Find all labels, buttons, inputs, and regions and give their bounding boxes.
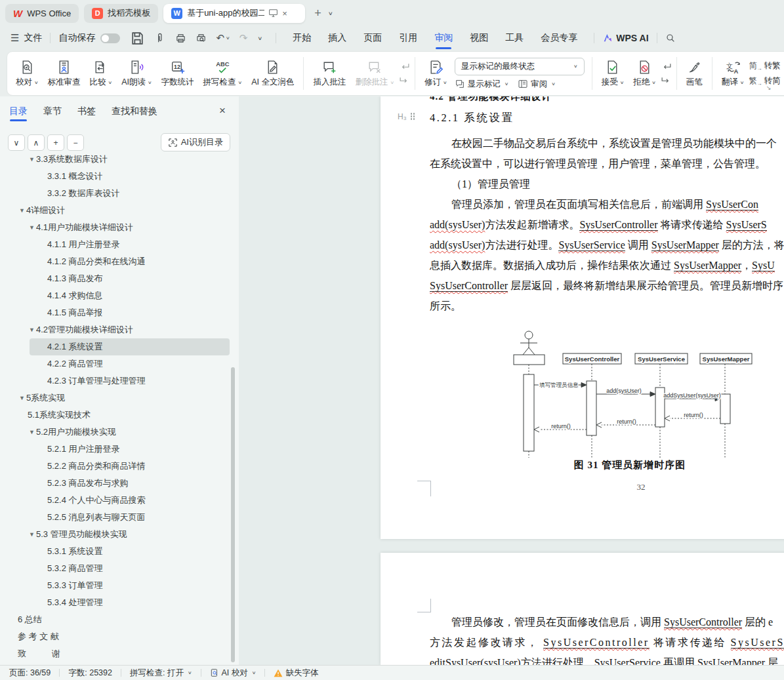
tab-contents[interactable]: 目录 (9, 106, 28, 121)
toc-item[interactable]: 5.3.2 商品管理 (0, 560, 232, 577)
traditional-to-simplified-button[interactable]: 繁→ 转简 (749, 75, 780, 87)
tab-home[interactable]: 开始 (293, 30, 311, 47)
markup-state-select[interactable]: 显示标记的最终状态 ∨ (455, 58, 585, 75)
document-page-32[interactable]: 4.2 管理功能模块详细设计 H₃ 4.2.1 系统设置 (381, 96, 784, 539)
ai-read-aloud-button[interactable]: AI朗读∨ (117, 54, 156, 93)
word-count-indicator[interactable]: 字数: 25392 (68, 668, 112, 679)
show-markup-button[interactable]: 显示标记∨ (455, 79, 509, 90)
simplified-to-traditional-button[interactable]: 简→ 转繁 (749, 60, 780, 71)
previous-comment-icon[interactable] (399, 62, 410, 71)
collapse-all-button[interactable]: − (67, 134, 84, 151)
toc-item[interactable]: 4.1.5 商品举报 (0, 304, 232, 321)
compare-button[interactable]: 比较∨ (85, 54, 117, 93)
toc-item[interactable]: 5.3.3 订单管理 (0, 577, 232, 594)
toc-item[interactable]: 5.3.4 处理管理 (0, 594, 232, 611)
tab-page[interactable]: 页面 (363, 30, 382, 47)
drag-handle-icon[interactable] (411, 113, 416, 121)
toc-item[interactable]: 4.1.1 用户注册登录 (0, 236, 232, 253)
toc-arrow-icon[interactable]: ▼ (28, 429, 36, 435)
close-sidebar-icon[interactable]: × (219, 104, 226, 117)
toc-item[interactable]: ▼5系统实现 (0, 390, 232, 407)
track-changes-button[interactable]: 修订∨ (420, 54, 452, 93)
heading-level-marker[interactable]: H₃ (398, 112, 416, 121)
expand-group-icon[interactable]: ↘ (766, 85, 772, 91)
toc-arrow-icon[interactable]: ▼ (18, 395, 26, 401)
toc-item[interactable]: 5.2.4 个人中心与商品搜索 (0, 492, 232, 509)
toc-item[interactable]: 4.1.2 商品分类和在线沟通 (0, 253, 232, 270)
new-tab-icon[interactable]: + (314, 7, 321, 20)
toc-arrow-icon[interactable]: ▼ (28, 531, 36, 538)
spellcheck-status[interactable]: 拼写检查: 打开∨ (130, 668, 192, 679)
standard-review-button[interactable]: 标准审查 (43, 54, 85, 93)
toc-item[interactable]: 4.2.2 商品管理 (0, 355, 232, 372)
toc-item[interactable]: 5.2.5 消息列表与聊天页面 (0, 509, 232, 526)
document-workspace[interactable]: 4.2 管理功能模块详细设计 H₃ 4.2.1 系统设置 (239, 96, 784, 665)
tab-tools[interactable]: 工具 (505, 30, 524, 47)
tab-insert[interactable]: 插入 (328, 30, 346, 47)
toc-item[interactable]: 4.2.3 订单管理与处理管理 (0, 372, 232, 390)
tab-reference[interactable]: 引用 (399, 30, 417, 47)
tab-list-chevron-icon[interactable]: ∨ (328, 10, 333, 16)
tab-find-replace[interactable]: 查找和替换 (112, 106, 157, 121)
autosave-toggle[interactable] (100, 33, 120, 43)
undo-icon[interactable]: ↶∨ (216, 32, 230, 44)
print-preview-icon[interactable] (196, 33, 207, 44)
ai-polish-button[interactable]: AI 全文润色 (247, 54, 299, 93)
toc-arrow-icon[interactable]: ▼ (18, 207, 26, 214)
accept-button[interactable]: 接受∨ (597, 54, 629, 93)
wps-ai-label[interactable]: WPS AI (616, 33, 648, 43)
spell-check-button[interactable]: ABC 拼写检查∨ (199, 54, 247, 93)
translate-button[interactable]: 文A 翻译∨ (717, 54, 749, 93)
toc-item[interactable]: 致 谢 (0, 645, 232, 662)
toc-item[interactable]: ▼3.3系统数据库设计 (0, 155, 232, 168)
expand-all-button[interactable]: + (47, 134, 64, 151)
tab-current-document[interactable]: W 基于uni-app的校园二手物品 × (163, 4, 305, 23)
toc-item[interactable]: 5.2.2 商品分类和商品详情 (0, 458, 232, 475)
toc-item[interactable]: 5.2.1 用户注册登录 (0, 441, 232, 458)
review-pane-button[interactable]: 审阅∨ (518, 79, 556, 90)
reject-button[interactable]: 拒绝∨ (629, 54, 661, 93)
tab-member[interactable]: 会员专享 (541, 30, 577, 47)
toc-item[interactable]: 4.2.1 系统设置 (30, 338, 230, 355)
ink-pen-button[interactable]: 画笔 (682, 54, 707, 93)
missing-font-warning[interactable]: 缺失字体 (274, 668, 318, 679)
save-icon[interactable] (129, 30, 146, 47)
toc-item[interactable]: 5.1系统实现技术 (0, 407, 232, 424)
delete-comment-button[interactable]: 删除批注∨ (350, 54, 399, 93)
file-menu[interactable]: 文件 (24, 32, 42, 44)
tab-chapters[interactable]: 章节 (43, 106, 62, 121)
toc-item[interactable]: 5.3.1 系统设置 (0, 543, 232, 560)
toc-item[interactable]: 5.2.3 商品发布与求购 (0, 475, 232, 492)
toc-item[interactable]: 3.3.2 数据库表设计 (0, 185, 232, 202)
document-page-33[interactable]: 管理员修改，管理员在页面修改信息后，调用 SysUserController 层… (381, 553, 784, 665)
word-count-button[interactable]: 12 字数统计 (157, 54, 199, 93)
tab-review[interactable]: 审阅 (434, 30, 453, 47)
toc-item[interactable]: ▼5.3 管理员功能模块实现 (0, 526, 232, 543)
redo-icon[interactable]: ↷ (239, 32, 248, 44)
toc-arrow-icon[interactable]: ▼ (28, 327, 36, 333)
next-comment-icon[interactable] (399, 75, 410, 85)
tab-bookmarks[interactable]: 书签 (77, 106, 96, 121)
ai-recognize-toc-button[interactable]: AI识别目录 (161, 133, 230, 151)
previous-change-icon[interactable] (661, 62, 672, 71)
toc-item[interactable]: 参 考 文 献 (0, 628, 232, 645)
hamburger-icon[interactable]: ☰ (10, 32, 19, 44)
screen-share-icon[interactable] (269, 9, 278, 17)
toc-arrow-icon[interactable]: ▼ (28, 156, 36, 163)
toc-item[interactable]: 4.1.4 求购信息 (0, 287, 232, 304)
export-pdf-icon[interactable] (155, 33, 166, 44)
toc-item[interactable]: 6 总结 (0, 611, 232, 628)
close-icon[interactable]: × (282, 9, 287, 18)
toc-arrow-icon[interactable]: ▼ (28, 224, 36, 231)
toc-scrollbar[interactable] (231, 367, 235, 662)
toc-item[interactable]: ▼5.2用户功能模块实现 (0, 424, 232, 441)
ai-proofread-status[interactable]: AI 校对∨ (210, 668, 257, 679)
print-icon[interactable] (175, 33, 186, 44)
collapse-down-button[interactable]: ∨ (8, 134, 25, 151)
toc-item[interactable]: 4.1.3 商品发布 (0, 270, 232, 287)
next-change-icon[interactable] (661, 75, 672, 85)
toc-item[interactable]: ▼4详细设计 (0, 202, 232, 219)
collapse-up-button[interactable]: ∧ (28, 134, 45, 151)
proofread-button[interactable]: 校对∨ (11, 54, 43, 93)
tab-wps-office[interactable]: W WPS Office (5, 4, 79, 23)
